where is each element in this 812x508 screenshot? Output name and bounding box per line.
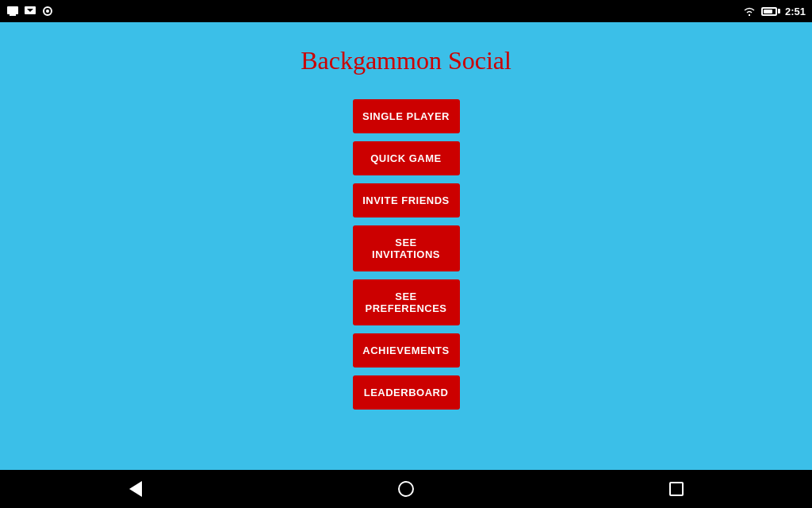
leaderboard-button[interactable]: LEADERBOARD (353, 375, 460, 410)
svg-rect-1 (10, 14, 16, 16)
home-icon (398, 481, 414, 497)
status-time: 2:51 (785, 6, 806, 17)
svg-point-5 (46, 10, 49, 13)
app-title: Backgammon Social (301, 46, 511, 75)
svg-rect-0 (7, 6, 18, 14)
achievements-button[interactable]: ACHIEVEMENTS (353, 333, 460, 368)
notification-icon-2 (24, 5, 36, 17)
recents-button[interactable] (661, 473, 692, 505)
notification-icon-3 (41, 5, 54, 17)
back-icon (129, 481, 142, 497)
recents-icon (669, 482, 684, 496)
back-button[interactable] (120, 473, 151, 505)
home-button[interactable] (390, 473, 422, 505)
battery-icon (761, 7, 780, 16)
status-bar-right: 2:51 (742, 6, 806, 17)
notification-icon-1 (6, 5, 19, 17)
quick-game-button[interactable]: QUICK GAME (353, 141, 460, 175)
invite-friends-button[interactable]: INVITE FRIENDS (353, 183, 460, 217)
see-preferences-button[interactable]: SEE PREFERENCES (353, 279, 460, 325)
menu-buttons: SINGLE PLAYERQUICK GAMEINVITE FRIENDSSEE… (0, 99, 812, 418)
navigation-bar (0, 470, 812, 508)
status-bar-left (6, 5, 54, 17)
main-content: Backgammon Social SINGLE PLAYERQUICK GAM… (0, 22, 812, 470)
wifi-icon (742, 6, 756, 17)
single-player-button[interactable]: SINGLE PLAYER (353, 99, 460, 133)
see-invitations-button[interactable]: SEE INVITATIONS (353, 225, 460, 271)
status-bar: 2:51 (0, 0, 812, 22)
